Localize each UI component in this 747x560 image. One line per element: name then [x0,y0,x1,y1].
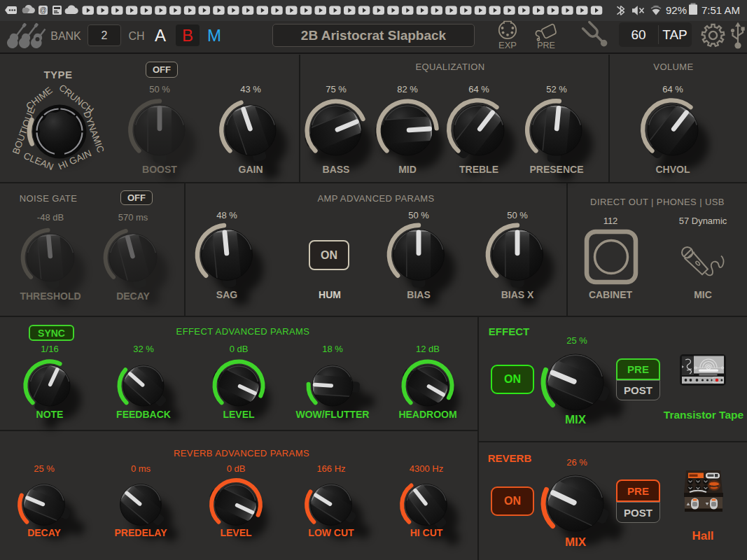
svg-text:92%: 92% [666,4,687,16]
svg-text:EXP: EXP [498,40,517,50]
svg-text:7:51 AM: 7:51 AM [701,4,740,16]
svg-text:@: @ [39,6,46,14]
